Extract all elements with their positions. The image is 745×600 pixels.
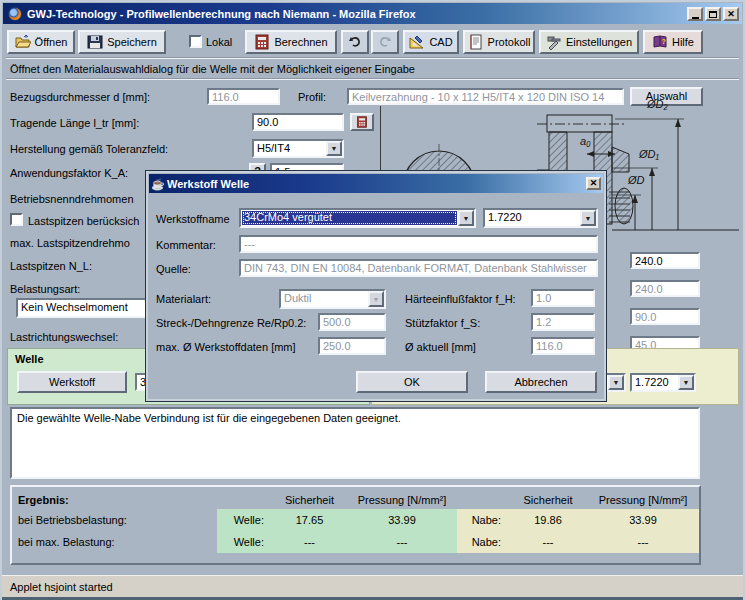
open-folder-icon — [15, 34, 31, 50]
protokoll-button-label: Protokoll — [488, 36, 531, 48]
chevron-down-icon[interactable]: ▼ — [580, 210, 596, 226]
application-window: GWJ-Technology - Profilwellenberechnung … — [0, 0, 745, 600]
lastspitzen-nl-label: Lastspitzen N_L: — [10, 260, 92, 272]
lastspitzen-checkbox[interactable] — [10, 213, 23, 226]
werkstoffname-selected-value: 34CrMo4 vergütet — [242, 211, 457, 225]
chevron-down-icon[interactable]: ▼ — [458, 210, 474, 226]
message-area[interactable]: Die gewählte Welle-Nabe Verbindung ist f… — [10, 407, 700, 479]
result-row-label: bei Betriebsbelastung: — [12, 509, 217, 531]
mini-calculator-icon — [356, 116, 368, 128]
minimize-button[interactable] — [687, 7, 703, 21]
save-button[interactable]: Speichern — [78, 30, 166, 54]
abbrechen-button[interactable]: Abbrechen — [485, 371, 597, 393]
welle-pressung-value: 33.99 — [347, 509, 457, 531]
open-button[interactable]: Öffnen — [7, 30, 75, 54]
materialart-label: Materialart: — [156, 293, 211, 305]
window-title: GWJ-Technology - Profilwellenberechnung … — [27, 8, 416, 20]
window-titlebar[interactable]: GWJ-Technology - Profilwellenberechnung … — [3, 3, 742, 24]
max-durchmesser-label: max. Ø Werkstoffdaten [mm] — [156, 341, 296, 353]
durchmesser-aktuell-field[interactable]: 116.0 — [531, 337, 595, 355]
chevron-down-icon[interactable]: ▼ — [608, 375, 624, 390]
werkstoff-button[interactable]: Werkstoff — [17, 371, 127, 393]
save-floppy-icon — [87, 34, 103, 50]
welle-sicherheit-value: --- — [272, 531, 347, 553]
kommentar-field[interactable]: --- — [239, 235, 598, 253]
firefox-icon — [8, 7, 22, 21]
maximize-button[interactable] — [705, 7, 721, 21]
toolbar-separator — [6, 57, 739, 59]
close-button[interactable]: ✕ — [723, 7, 739, 21]
berechnen-button-label: Berechnen — [274, 36, 327, 48]
dialog-titlebar[interactable]: ☕ Werkstoff Welle ✕ — [149, 174, 603, 193]
werkstoff-nr-combobox[interactable]: 1.7220 ▼ — [483, 208, 598, 228]
nabe-sicherheit-value: 19.86 — [509, 509, 587, 531]
dialog-close-button[interactable]: ✕ — [586, 177, 601, 190]
welle-pressung-value: --- — [347, 531, 457, 553]
ok-button[interactable]: OK — [356, 371, 468, 393]
haerte-field[interactable]: 1.0 — [531, 289, 595, 307]
profil-label: Profil: — [298, 91, 326, 103]
toleranzfeld-combobox[interactable]: H5/IT4 ▼ — [252, 139, 344, 158]
col-header-pressung-welle: Pressung [N/mm²] — [347, 491, 457, 509]
chevron-down-icon[interactable]: ▼ — [326, 141, 342, 156]
materialart-value: Duktil — [284, 292, 366, 306]
cad-button[interactable]: CAD — [403, 30, 459, 54]
bezugsdurchmesser-field[interactable]: 116.0 — [207, 88, 280, 105]
hilfe-button[interactable]: ? Hilfe — [643, 30, 703, 54]
max-durchmesser-field[interactable]: 250.0 — [318, 337, 386, 355]
tragende-laenge-field[interactable]: 90.0 — [252, 113, 344, 131]
toleranzfeld-value: H5/IT4 — [257, 142, 324, 155]
werkstoff-nr-value: 1.7220 — [488, 211, 578, 225]
nabe-label: Nabe: — [457, 509, 509, 531]
nabe-label: Nabe: — [457, 531, 509, 553]
streckgrenze-field[interactable]: 500.0 — [318, 313, 386, 331]
result-row-label: bei max. Belastung: — [12, 531, 217, 553]
protokoll-document-icon — [468, 34, 484, 50]
quelle-field[interactable]: DIN 743, DIN EN 10084, Datenbank FORMAT,… — [239, 259, 598, 277]
welle-sicherheit-value: 17.65 — [272, 509, 347, 531]
berechnen-button[interactable]: Berechnen — [245, 30, 337, 54]
help-book-icon: ? — [652, 34, 668, 50]
chevron-down-icon[interactable]: ▼ — [678, 375, 694, 390]
status-bar: Applet hsjoint started — [2, 575, 745, 597]
save-button-label: Speichern — [107, 36, 157, 48]
toleranzfeld-label: Herstellung gemäß Toleranzfeld: — [10, 143, 168, 155]
maximize-icon — [709, 11, 717, 18]
quelle-label: Quelle: — [156, 263, 191, 275]
hilfe-button-label: Hilfe — [672, 36, 694, 48]
undo-icon — [347, 34, 363, 50]
form-drawing-divider — [380, 106, 381, 170]
diameter-d-label: ØD — [628, 174, 645, 186]
materialart-combobox[interactable]: Duktil ▼ — [279, 289, 386, 309]
kommentar-label: Kommentar: — [156, 239, 216, 251]
col-header-pressung-nabe: Pressung [N/mm²] — [587, 491, 699, 509]
werkstoffname-combobox[interactable]: 34CrMo4 vergütet ▼ — [239, 208, 476, 228]
lokal-checkbox[interactable] — [189, 35, 202, 48]
betriebsnenn-label: Betriebsnenndrehmomen — [10, 193, 134, 205]
laenge-rechner-button[interactable] — [350, 113, 374, 131]
welle-label: Welle: — [217, 531, 272, 553]
werkstoff-welle-dialog: ☕ Werkstoff Welle ✕ Werkstoffname 34CrMo… — [145, 170, 607, 402]
max-lastspitzen-label: max. Lastspitzendrehmo — [10, 237, 130, 249]
undo-button[interactable] — [341, 30, 369, 54]
nabe-sicherheit-value: --- — [509, 531, 587, 553]
open-button-label: Öffnen — [35, 36, 68, 48]
redo-button[interactable] — [371, 30, 399, 54]
protokoll-button[interactable]: Protokoll — [463, 30, 535, 54]
hint-text: Öffnet den Materialauswahldialog für die… — [10, 63, 415, 75]
diameter-d2-label: ØD₂ — [647, 98, 668, 110]
lastspitzen-checkbox-label: Lastspitzen berücksich — [28, 215, 139, 227]
stuetzfaktor-field[interactable]: 1.2 — [531, 313, 595, 331]
welle-section-header: Welle — [15, 353, 44, 365]
java-icon: ☕ — [151, 178, 163, 190]
einstellungen-button[interactable]: Einstellungen — [539, 30, 639, 54]
werkstoffname-label: Werkstoffname — [156, 213, 230, 225]
nabe-pressung-value: --- — [587, 531, 699, 553]
col-header-sicherheit-welle: Sicherheit — [272, 491, 347, 509]
bezugsdurchmesser-label: Bezugsdurchmesser d [mm]: — [10, 91, 150, 103]
nabe-material-nr-combobox[interactable]: 1.7220 ▼ — [630, 373, 696, 392]
diameter-d1-label: ØD₁ — [639, 148, 659, 160]
cad-button-label: CAD — [429, 36, 452, 48]
haerte-label: Härteeinflußfaktor f_H: — [405, 293, 516, 305]
a0-dimension-label: a₀ — [580, 135, 591, 147]
